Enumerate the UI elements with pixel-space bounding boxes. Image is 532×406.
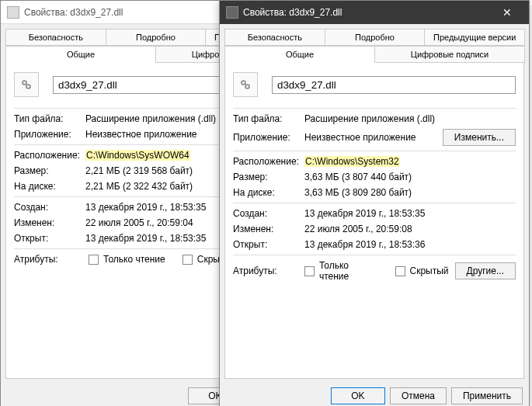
svg-point-3	[245, 85, 249, 88]
label-size: Размер:	[14, 165, 85, 176]
label-ondisk: На диске:	[14, 181, 85, 192]
tab-security[interactable]: Безопасность	[224, 29, 325, 46]
checkbox-readonly[interactable]	[89, 255, 99, 265]
dialog-footer: OK Отмена Применить	[220, 380, 529, 406]
svg-point-0	[23, 81, 26, 85]
label-location: Расположение:	[233, 156, 304, 167]
properties-dialog-front: Свойства: d3dx9_27.dll ✕ Безопасность По…	[219, 0, 530, 406]
label-app: Приложение:	[233, 132, 304, 143]
filename-input[interactable]	[272, 76, 516, 94]
value-created: 13 декабря 2019 г., 18:53:35	[304, 208, 516, 219]
label-ondisk: На диске:	[233, 187, 304, 198]
cancel-button[interactable]: Отмена	[390, 387, 447, 404]
label-created: Создан:	[233, 208, 304, 219]
label-modified: Изменен:	[233, 224, 304, 234]
window-title: Свойства: d3dx9_27.dll	[243, 7, 342, 18]
value-app: Неизвестное приложение	[304, 132, 443, 143]
file-type-icon	[233, 72, 258, 97]
label-accessed: Открыт:	[14, 233, 85, 244]
close-button[interactable]: ✕	[492, 1, 523, 24]
apply-button[interactable]: Применить	[451, 387, 523, 404]
label-created: Создан:	[14, 202, 85, 213]
value-ondisk: 3,63 МБ (3 809 280 байт)	[304, 187, 516, 198]
tab-details[interactable]: Подробно	[325, 29, 426, 46]
label-location: Расположение:	[14, 150, 85, 161]
tab-security[interactable]: Безопасность	[5, 29, 106, 46]
svg-point-2	[242, 81, 245, 85]
tabs: Безопасность Подробно Предыдущие версии …	[220, 24, 529, 63]
checkbox-hidden[interactable]	[183, 255, 193, 265]
label-hidden: Скрытый	[410, 265, 449, 276]
tab-digital-signatures[interactable]: Цифровые подписи	[374, 46, 525, 63]
value-modified: 22 июля 2005 г., 20:59:08	[304, 224, 516, 234]
app-icon	[7, 6, 19, 19]
ok-button[interactable]: OK	[331, 387, 385, 404]
tab-general[interactable]: Общие	[224, 46, 375, 63]
other-button[interactable]: Другие...	[455, 262, 516, 279]
label-size: Размер:	[233, 172, 304, 182]
checkbox-readonly[interactable]	[304, 266, 315, 276]
tab-details[interactable]: Подробно	[106, 29, 207, 46]
label-attributes: Атрибуты:	[233, 265, 301, 276]
titlebar[interactable]: Свойства: d3dx9_27.dll ✕	[220, 1, 529, 24]
tab-previous-versions[interactable]: Предыдущие версии	[424, 29, 525, 46]
value-location: C:\Windows\SysWOW64	[85, 150, 190, 161]
tab-general[interactable]: Общие	[5, 46, 156, 63]
app-icon	[226, 6, 238, 19]
value-accessed: 13 декабря 2019 г., 18:53:36	[304, 239, 516, 250]
change-button[interactable]: Изменить...	[443, 129, 516, 146]
label-readonly: Только чтение	[103, 254, 165, 265]
label-filetype: Тип файла:	[14, 113, 85, 124]
label-modified: Изменен:	[14, 217, 85, 228]
window-title: Свойства: d3dx9_27.dll	[24, 7, 123, 18]
value-location: C:\Windows\System32	[304, 156, 400, 167]
value-size: 3,63 МБ (3 807 440 байт)	[304, 172, 516, 182]
file-type-icon	[14, 72, 39, 97]
label-attributes: Атрибуты:	[14, 254, 85, 265]
label-accessed: Открыт:	[233, 239, 304, 250]
value-filetype: Расширение приложения (.dll)	[304, 113, 516, 124]
tab-content: Тип файла:Расширение приложения (.dll) П…	[224, 62, 524, 379]
label-app: Приложение:	[14, 129, 85, 140]
label-filetype: Тип файла:	[233, 113, 304, 124]
svg-point-1	[26, 85, 30, 88]
checkbox-hidden[interactable]	[395, 266, 405, 276]
label-readonly: Только чтение	[319, 260, 379, 282]
